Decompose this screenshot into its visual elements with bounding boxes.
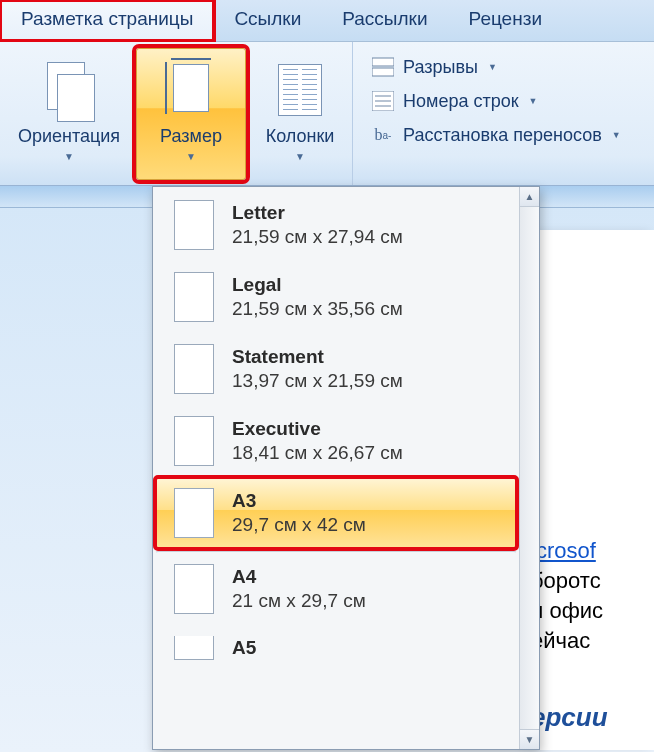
group-breaks-etc: Разрывы ▼ Номера строк ▼ ba- Расстановка…: [352, 42, 633, 185]
breaks-button[interactable]: Разрывы ▼: [365, 52, 627, 82]
tab-links[interactable]: Ссылки: [214, 0, 322, 41]
size-button[interactable]: Размер ▼: [136, 48, 246, 180]
orientation-label: Ориентация: [18, 127, 120, 147]
page-icon: [174, 636, 214, 660]
size-name: Executive: [232, 418, 504, 440]
chevron-down-icon: ▼: [295, 151, 305, 162]
chevron-down-icon: ▼: [529, 96, 538, 106]
doc-line: ейчас: [531, 628, 654, 654]
chevron-down-icon: ▼: [612, 130, 621, 140]
orientation-icon: [47, 62, 91, 118]
size-option-a5[interactable]: A5: [155, 625, 517, 660]
size-option-statement[interactable]: Statement 13,97 см x 21,59 см: [155, 333, 517, 405]
svg-rect-1: [372, 68, 394, 76]
tab-review[interactable]: Рецензи: [449, 0, 563, 41]
size-gallery-dropdown: ▲ ▼ Letter 21,59 см x 27,94 см Legal 21,…: [152, 186, 540, 750]
page-icon: [174, 488, 214, 538]
size-name: Statement: [232, 346, 504, 368]
size-name: A4: [232, 566, 504, 588]
columns-button[interactable]: Колонки ▼: [250, 48, 350, 180]
size-label: Размер: [160, 127, 222, 147]
size-dim: 21,59 см x 35,56 см: [232, 298, 504, 320]
breaks-icon: [371, 56, 395, 78]
page-icon: [174, 416, 214, 466]
size-dim: 29,7 см x 42 см: [232, 514, 504, 536]
chevron-down-icon: ▼: [64, 151, 74, 162]
document-area: icrosof боротс и офис ейчас ерсии д 200: [524, 230, 654, 750]
line-numbers-button[interactable]: Номера строк ▼: [365, 86, 627, 116]
chevron-down-icon: ▼: [488, 62, 497, 72]
hyphenation-label: Расстановка переносов: [403, 125, 602, 146]
size-option-a3[interactable]: A3 29,7 см x 42 см: [155, 477, 517, 549]
ribbon-tabs: Разметка страницы Ссылки Рассылки Реценз…: [0, 0, 654, 42]
group-columns: Колонки ▼: [248, 42, 352, 185]
doc-heading: ерсии: [531, 702, 654, 733]
page-icon: [174, 564, 214, 614]
tab-mailings[interactable]: Рассылки: [322, 0, 448, 41]
page-icon: [174, 200, 214, 250]
size-option-a4[interactable]: A4 21 см x 29,7 см: [155, 551, 517, 625]
orientation-button[interactable]: Ориентация ▼: [6, 48, 132, 180]
group-size: Размер ▼: [134, 42, 248, 185]
size-name: A3: [232, 490, 504, 512]
doc-line: и офис: [531, 598, 654, 624]
doc-line: icrosof: [531, 538, 596, 563]
size-name: Legal: [232, 274, 504, 296]
size-option-legal[interactable]: Legal 21,59 см x 35,56 см: [155, 261, 517, 333]
scroll-up-icon[interactable]: ▲: [520, 187, 539, 207]
breaks-label: Разрывы: [403, 57, 478, 78]
columns-label: Колонки: [266, 127, 335, 147]
size-dim: 21 см x 29,7 см: [232, 590, 504, 612]
size-option-executive[interactable]: Executive 18,41 см x 26,67 см: [155, 405, 517, 477]
page-size-icon: [167, 60, 215, 120]
scroll-down-icon[interactable]: ▼: [520, 729, 539, 749]
size-dim: 13,97 см x 21,59 см: [232, 370, 504, 392]
svg-rect-0: [372, 58, 394, 66]
chevron-down-icon: ▼: [186, 151, 196, 162]
page-icon: [174, 272, 214, 322]
line-numbers-icon: [371, 90, 395, 112]
gallery-scrollbar[interactable]: ▲ ▼: [519, 187, 539, 749]
columns-icon: [278, 64, 322, 116]
document-text: icrosof боротс и офис ейчас ерсии д 200: [531, 538, 654, 750]
size-dim: 18,41 см x 26,67 см: [232, 442, 504, 464]
page-icon: [174, 344, 214, 394]
tab-page-layout[interactable]: Разметка страницы: [0, 0, 214, 41]
line-numbers-label: Номера строк: [403, 91, 519, 112]
doc-line: боротс: [531, 568, 654, 594]
size-name: Letter: [232, 202, 504, 224]
size-dim: 21,59 см x 27,94 см: [232, 226, 504, 248]
hyphenation-button[interactable]: ba- Расстановка переносов ▼: [365, 120, 627, 150]
size-option-letter[interactable]: Letter 21,59 см x 27,94 см: [155, 189, 517, 261]
hyphenation-icon: ba-: [371, 124, 395, 146]
ribbon-body: Ориентация ▼ Размер ▼ Колонки ▼: [0, 42, 654, 186]
group-page-setup: Ориентация ▼: [0, 42, 134, 185]
size-name: A5: [232, 637, 504, 659]
